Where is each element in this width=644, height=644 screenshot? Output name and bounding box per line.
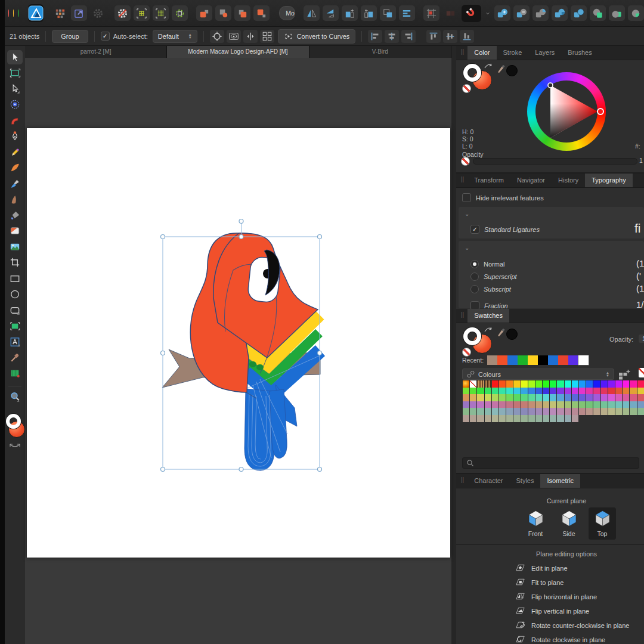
swatch-cell[interactable] (550, 401, 557, 408)
swatch-cell[interactable] (485, 401, 492, 408)
swatch-cell[interactable] (543, 401, 550, 408)
swatch-cell[interactable] (506, 408, 513, 415)
swatch-cell[interactable] (528, 394, 535, 401)
swatch-cell[interactable] (521, 415, 528, 422)
swatch-cell[interactable] (586, 401, 593, 408)
collapse-chevron-icon[interactable]: ⌄ (465, 210, 469, 217)
swatch-cell[interactable] (463, 394, 470, 401)
hide-irrelevant-checkbox[interactable] (462, 193, 471, 202)
swatch-cell[interactable] (608, 380, 615, 388)
align-center-h-button[interactable] (385, 30, 399, 43)
swatch-cell[interactable] (543, 394, 550, 401)
swatch-cell[interactable] (623, 401, 630, 408)
eyedropper-icon[interactable] (496, 64, 506, 76)
recent-swatch[interactable] (568, 355, 578, 365)
mask-alpha-button[interactable] (590, 5, 606, 21)
swatch-cell[interactable] (601, 394, 608, 401)
rounded-rectangle-tool[interactable] (7, 303, 23, 317)
swatch-cell[interactable] (565, 380, 572, 388)
secondary-color-circle[interactable] (506, 329, 518, 340)
swatch-cell[interactable] (513, 408, 521, 415)
tab-parrot-2[interactable]: parrot-2 [M] (25, 46, 167, 58)
artboard-tool[interactable] (7, 66, 23, 80)
swatch-cell[interactable] (535, 408, 543, 415)
superscript-radio[interactable] (470, 273, 479, 281)
pen-tool[interactable] (7, 129, 23, 144)
swatch-cell[interactable] (513, 394, 521, 401)
snapping-magnet-button[interactable] (462, 5, 481, 22)
swatch-cell[interactable] (593, 388, 600, 395)
align-right-button[interactable] (401, 30, 416, 43)
swatch-cell[interactable] (477, 380, 484, 388)
no-fill-icon[interactable] (462, 84, 471, 93)
preferences-gear-button[interactable] (90, 5, 106, 21)
swatch-cell[interactable] (543, 415, 550, 422)
swatch-cell[interactable] (535, 401, 543, 408)
swatch-cell[interactable] (565, 401, 572, 408)
swatch-cell[interactable] (572, 408, 579, 415)
swatch-cell[interactable] (506, 401, 513, 408)
group-button[interactable]: Group (52, 30, 88, 43)
stroke-color-ring[interactable] (6, 414, 21, 429)
swatch-cell[interactable] (499, 388, 506, 395)
color-picker-tool[interactable] (7, 351, 23, 365)
swatch-cell[interactable] (492, 415, 499, 422)
point-transform-tool[interactable] (7, 98, 23, 112)
macaw-illustration[interactable] (25, 58, 451, 644)
swatch-cell[interactable] (521, 401, 528, 408)
pencil-tool[interactable] (7, 145, 23, 159)
swatch-cell[interactable] (485, 408, 492, 415)
swatch-cell[interactable] (637, 408, 644, 415)
swatch-cell[interactable] (572, 388, 579, 395)
fill-stroke-widget[interactable] (462, 63, 522, 94)
swatch-cell[interactable] (499, 394, 506, 401)
swatch-cell[interactable] (615, 408, 623, 415)
swatch-cell[interactable] (550, 388, 557, 395)
swap-colors-icon[interactable] (484, 326, 493, 333)
cycle-selection-box-button[interactable] (210, 30, 224, 43)
swatch-cell[interactable] (557, 415, 564, 422)
grid-dots-button[interactable] (153, 5, 169, 21)
color-wheel[interactable] (527, 72, 606, 151)
pixel-persona-button[interactable] (52, 5, 68, 21)
swatch-cell[interactable] (630, 394, 637, 401)
edit-in-plane-option[interactable]: Edit in plane (515, 561, 629, 575)
panel-grip[interactable]: || (456, 46, 467, 60)
swatch-cell[interactable] (485, 394, 492, 401)
swatch-cell[interactable] (565, 394, 572, 401)
swatch-cell[interactable] (535, 380, 543, 388)
swatch-cell[interactable] (477, 394, 484, 401)
swatch-cell[interactable] (543, 380, 550, 388)
swatch-cell[interactable] (579, 401, 586, 408)
autoselect-dropdown[interactable]: Default ▲▼ (153, 30, 197, 43)
geometry-xor-button[interactable] (552, 5, 568, 21)
swatch-cell[interactable] (470, 394, 477, 401)
compound-button[interactable] (628, 5, 644, 21)
swatch-cell[interactable] (506, 388, 513, 395)
swatch-cell[interactable] (463, 401, 470, 408)
swatch-cell[interactable] (608, 394, 615, 401)
swatch-cell[interactable] (543, 388, 550, 395)
recent-swatch[interactable] (507, 355, 518, 365)
recent-swatch[interactable] (548, 355, 558, 365)
swatch-cell[interactable] (535, 388, 543, 395)
swatch-cell[interactable] (586, 408, 593, 415)
swatch-cell[interactable] (550, 394, 557, 401)
transform-separately-button[interactable] (243, 30, 258, 43)
shape-builder-tool[interactable] (7, 319, 23, 333)
swatch-cell[interactable] (608, 388, 615, 395)
swatch-cell[interactable] (593, 401, 600, 408)
swatch-cell[interactable] (608, 401, 615, 408)
recent-swatch[interactable] (487, 355, 497, 365)
swatch-cell[interactable] (499, 415, 506, 422)
swatch-cell[interactable] (557, 380, 564, 388)
swatch-cell[interactable] (521, 380, 528, 388)
swatch-cell[interactable] (623, 408, 630, 415)
corner-tool[interactable] (7, 113, 23, 128)
standard-ligatures-checkbox[interactable] (470, 225, 479, 234)
grid-lines-button[interactable] (134, 5, 150, 21)
order-back-button[interactable] (215, 5, 231, 21)
geometry-divide-button[interactable] (571, 5, 587, 21)
swatch-cell[interactable] (521, 408, 528, 415)
swatch-cell[interactable] (470, 408, 477, 415)
